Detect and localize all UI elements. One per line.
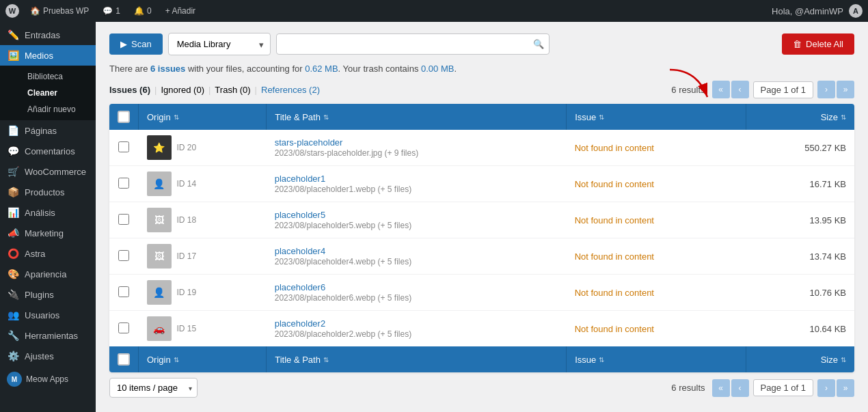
origin-id-row4: ID 17	[177, 251, 197, 261]
woo-icon: 🛒	[7, 166, 19, 177]
per-page-wrapper: 10 items / page 25 items / page 50 items…	[109, 378, 198, 398]
admin-bar-notifications[interactable]: 🔔 0	[131, 6, 154, 16]
row-checkbox-cell	[109, 166, 139, 202]
row-checkbox-cell	[109, 238, 139, 275]
footer-select-all-checkbox[interactable]	[118, 353, 130, 366]
nav-group-bottom-right: › »	[817, 379, 854, 397]
row-checkbox-row6[interactable]	[118, 322, 129, 333]
next-page-button[interactable]: ›	[817, 81, 835, 98]
arrow-container: Origin ⇅ Title & Path ⇅	[109, 104, 854, 372]
per-page-select[interactable]: 10 items / page 25 items / page 50 items…	[109, 378, 198, 398]
thumbnail-row5: 👤	[147, 280, 172, 305]
title-cell-row5: placeholder6 2023/08/placeholder6.webp (…	[267, 275, 567, 311]
size-cell-row3: 13.95 KB	[746, 202, 854, 238]
search-wrapper: 🔍	[276, 33, 550, 55]
sidebar-item-ajustes[interactable]: ⚙️ Ajustes	[0, 346, 96, 366]
issue-sort-icon[interactable]: ⇅	[599, 113, 604, 121]
sidebar-label-medios: Medios	[25, 51, 53, 61]
table-row: 👤 ID 14 placeholder1 2023/08/placeholder…	[109, 166, 854, 202]
search-icon: 🔍	[533, 39, 544, 49]
file-link-row1[interactable]: stars-placeholder	[275, 137, 558, 148]
tab-references[interactable]: References (2)	[261, 85, 320, 95]
sidebar-label-usuarios: Usuarios	[25, 310, 59, 320]
home-icon: 🏠	[30, 6, 40, 16]
sidebar-item-woocommerce[interactable]: 🛒 WooCommerce	[0, 161, 96, 182]
bottom-next-page-button[interactable]: ›	[817, 379, 835, 397]
sidebar-sub-anadir[interactable]: Añadir nuevo	[22, 101, 96, 118]
pagination-top: 6 results « ‹ Page 1 of 1 › »	[671, 81, 854, 98]
bottom-first-page-button[interactable]: «	[712, 379, 730, 397]
tab-ignored[interactable]: Ignored (0)	[161, 85, 204, 95]
thumbnail-row2: 👤	[147, 171, 172, 196]
edit-icon: ✏️	[7, 29, 19, 40]
issue-cell-row4: Not found in content	[567, 238, 746, 275]
sidebar-item-paginas[interactable]: 📄 Páginas	[0, 120, 96, 141]
file-link-row5[interactable]: placeholder6	[275, 282, 558, 292]
tabs-list: Issues (6) | Ignored (0) | Trash (0) | R…	[109, 85, 320, 95]
row-checkbox-row2[interactable]	[118, 178, 129, 189]
sidebar-item-plugins[interactable]: 🔌 Plugins	[0, 284, 96, 305]
th-footer-issue: Issue⇅	[567, 346, 746, 372]
scan-button[interactable]: ▶ Scan	[109, 33, 163, 55]
marketing-icon: 📣	[7, 228, 19, 238]
admin-avatar[interactable]: A	[849, 4, 863, 18]
status-bar: There are 6 issues with your files, acco…	[109, 64, 854, 74]
sidebar-sub-biblioteca[interactable]: Biblioteca	[22, 68, 96, 85]
table-row: 🖼 ID 17 placeholder4 2023/08/placeholder…	[109, 238, 854, 275]
sidebar-item-apariencia[interactable]: 🎨 Apariencia	[0, 264, 96, 284]
file-link-row4[interactable]: placeholder4	[275, 246, 558, 256]
bottom-last-page-button[interactable]: »	[837, 379, 854, 397]
bottom-prev-page-button[interactable]: ‹	[731, 379, 749, 397]
file-size: 0.62 MB	[305, 64, 338, 74]
delete-all-button[interactable]: 🗑 Delete All	[782, 33, 854, 55]
origin-with-thumb: ⭐ ID 20	[147, 135, 258, 160]
wp-logo-icon[interactable]: W	[5, 4, 19, 18]
table-header-row: Origin ⇅ Title & Path ⇅	[109, 104, 854, 130]
tab-issues[interactable]: Issues (6)	[109, 85, 150, 95]
origin-sort-icon[interactable]: ⇅	[174, 113, 179, 121]
row-checkbox-row1[interactable]	[118, 141, 129, 152]
issues-count: 6 issues	[150, 64, 185, 74]
sidebar-item-entradas[interactable]: ✏️ Entradas	[0, 25, 96, 45]
sidebar-item-analisis[interactable]: 📊 Análisis	[0, 202, 96, 223]
thumbnail-row6: 🚗	[147, 316, 172, 341]
sidebar-item-productos[interactable]: 📦 Productos	[0, 182, 96, 202]
select-all-checkbox[interactable]	[118, 111, 130, 123]
nav-group-left: « ‹	[712, 81, 749, 98]
prev-page-button[interactable]: ‹	[731, 81, 749, 98]
sidebar-item-marketing[interactable]: 📣 Marketing	[0, 223, 96, 243]
first-page-button[interactable]: «	[712, 81, 730, 98]
sidebar: ✏️ Entradas 🖼️ Medios Biblioteca Cleaner…	[0, 22, 96, 412]
file-link-row6[interactable]: placeholder2	[275, 318, 558, 329]
admin-bar-site[interactable]: 🏠 Pruebas WP	[27, 6, 92, 16]
sidebar-item-comentarios[interactable]: 💬 Comentarios	[0, 141, 96, 161]
admin-bar-add[interactable]: + Añadir	[163, 6, 198, 16]
title-sort-icon[interactable]: ⇅	[323, 113, 329, 121]
tab-trash[interactable]: Trash (0)	[215, 85, 250, 95]
row-checkbox-row5[interactable]	[118, 286, 129, 297]
sidebar-item-medios[interactable]: 🖼️ Medios	[0, 45, 96, 66]
sidebar-item-herramientas[interactable]: 🔧 Herramientas	[0, 325, 96, 346]
issue-cell-row1: Not found in content	[567, 130, 746, 166]
size-cell-row2: 16.71 KB	[746, 166, 854, 202]
sidebar-label-analisis: Análisis	[25, 208, 55, 218]
sidebar-item-usuarios[interactable]: 👥 Usuarios	[0, 305, 96, 325]
settings-icon: ⚙️	[7, 351, 19, 361]
library-select[interactable]: Media Library Uploads Folder Database	[168, 33, 271, 55]
play-icon: ▶	[120, 39, 127, 49]
sidebar-item-astra[interactable]: ⭕ Astra	[0, 243, 96, 264]
issue-cell-row6: Not found in content	[567, 311, 746, 347]
file-link-row3[interactable]: placeholder5	[275, 210, 558, 220]
nav-group-right: › »	[817, 81, 854, 98]
results-count-bottom: 6 results	[671, 383, 705, 393]
size-sort-icon[interactable]: ⇅	[841, 113, 846, 121]
sidebar-sub-cleaner[interactable]: Cleaner	[22, 85, 96, 101]
admin-bar-comments[interactable]: 💬 1	[100, 6, 123, 16]
thumbnail-row3: 🖼	[147, 208, 172, 232]
row-checkbox-row4[interactable]	[118, 250, 129, 261]
sidebar-label-ajustes: Ajustes	[25, 351, 54, 361]
row-checkbox-row3[interactable]	[118, 214, 129, 225]
last-page-button[interactable]: »	[837, 81, 854, 98]
file-link-row2[interactable]: placeholder1	[275, 174, 558, 184]
search-input[interactable]	[276, 33, 550, 55]
